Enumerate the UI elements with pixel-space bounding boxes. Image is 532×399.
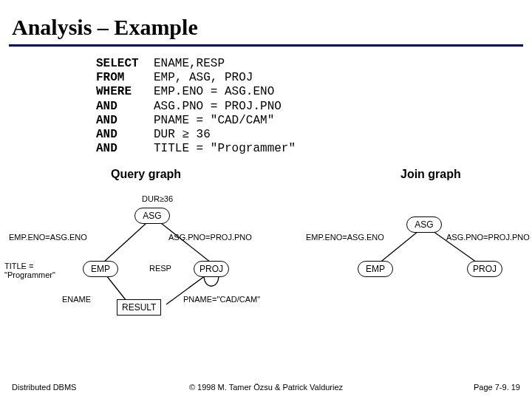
- sql-text: EMP.ENO = ASG.ENO: [154, 85, 274, 98]
- sql-text: ASG.PNO = PROJ.PNO: [154, 100, 282, 113]
- dur-predicate: DUR≥36: [142, 194, 173, 203]
- edge-label: ASG.PNO=PROJ.PNO: [446, 233, 530, 242]
- sql-text: PNAME = "CAD/CAM": [154, 114, 274, 127]
- edge-label: EMP.ENO=ASG.ENO: [306, 233, 384, 242]
- footer-left: Distributed DBMS: [12, 383, 76, 392]
- sql-text: EMP, ASG, PROJ: [154, 71, 253, 84]
- join-graph-label: Join graph: [400, 168, 461, 181]
- edge-label: EMP.ENO=ASG.ENO: [9, 233, 87, 242]
- kw: AND: [96, 100, 154, 114]
- node-asg: ASG: [406, 216, 442, 233]
- node-emp: EMP: [358, 261, 393, 277]
- kw: SELECT: [96, 57, 154, 71]
- footer: Distributed DBMS © 1998 M. Tamer Özsu & …: [0, 383, 532, 392]
- footer-right: Page 7-9. 19: [474, 383, 520, 392]
- node-asg: ASG: [134, 208, 170, 224]
- kw: AND: [96, 142, 154, 156]
- title-predicate: TITLE = "Programmer": [4, 262, 55, 279]
- edge-label: RESP: [149, 264, 171, 273]
- kw: WHERE: [96, 85, 154, 99]
- slide-title: Analysis – Example: [0, 0, 532, 44]
- svg-line-4: [378, 231, 418, 264]
- edge-label: ASG.PNO=PROJ.PNO: [168, 233, 252, 242]
- node-emp: EMP: [83, 261, 118, 277]
- graph-edges: [0, 190, 532, 327]
- node-proj: PROJ: [194, 261, 229, 277]
- sql-text: ENAME,RESP: [154, 57, 225, 70]
- kw: AND: [96, 128, 154, 142]
- diagrams-area: DUR≥36 ASG EMP.ENO=ASG.ENO ASG.PNO=PROJ.…: [0, 190, 532, 327]
- pname-predicate: PNAME="CAD/CAM": [183, 295, 260, 304]
- kw: AND: [96, 114, 154, 128]
- kw: FROM: [96, 71, 154, 85]
- sql-block: SELECTENAME,RESP FROMEMP, ASG, PROJ WHER…: [0, 47, 532, 156]
- sql-text: DUR ≥ 36: [154, 128, 211, 141]
- sql-text: TITLE = "Programmer": [154, 142, 296, 155]
- footer-center: © 1998 M. Tamer Özsu & Patrick Valduriez: [12, 383, 520, 392]
- node-proj: PROJ: [467, 261, 502, 277]
- svg-line-1: [161, 223, 211, 262]
- svg-line-0: [103, 223, 146, 262]
- node-result: RESULT: [117, 299, 161, 316]
- edge-label: ENAME: [62, 295, 91, 304]
- query-graph-label: Query graph: [111, 168, 181, 181]
